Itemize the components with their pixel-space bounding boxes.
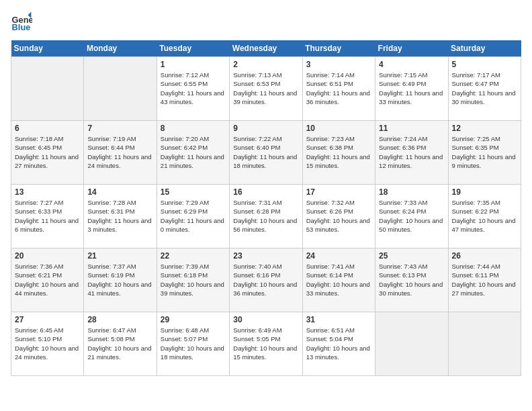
calendar-cell: 15Sunrise: 7:29 AM Sunset: 6:29 PM Dayli… [157,185,229,248]
day-number: 4 [379,60,444,69]
calendar-cell: 3Sunrise: 7:14 AM Sunset: 6:51 PM Daylig… [302,57,375,121]
calendar-cell: 26Sunrise: 7:44 AM Sunset: 6:11 PM Dayli… [448,248,521,312]
calendar-cell: 7Sunrise: 7:19 AM Sunset: 6:44 PM Daylig… [84,121,157,185]
day-header-thursday: Thursday [302,40,375,57]
day-number: 23 [233,251,298,261]
day-number: 10 [306,124,371,133]
calendar-cell: 19Sunrise: 7:35 AM Sunset: 6:22 PM Dayli… [448,185,521,248]
calendar-cell: 24Sunrise: 7:41 AM Sunset: 6:14 PM Dayli… [302,248,375,312]
calendar-cell: 22Sunrise: 7:39 AM Sunset: 6:18 PM Dayli… [157,248,229,312]
calendar-cell [11,57,84,121]
calendar-cell: 5Sunrise: 7:17 AM Sunset: 6:47 PM Daylig… [448,57,521,121]
day-info: Sunrise: 7:33 AM Sunset: 6:24 PM Dayligh… [379,198,444,234]
calendar-week-3: 13Sunrise: 7:27 AM Sunset: 6:33 PM Dayli… [11,185,521,248]
day-info: Sunrise: 7:24 AM Sunset: 6:36 PM Dayligh… [379,134,444,170]
calendar-cell: 20Sunrise: 7:36 AM Sunset: 6:21 PM Dayli… [11,248,84,312]
calendar-cell: 25Sunrise: 7:43 AM Sunset: 6:13 PM Dayli… [375,248,448,312]
day-header-friday: Friday [375,40,448,57]
calendar-cell: 17Sunrise: 7:32 AM Sunset: 6:26 PM Dayli… [302,185,375,248]
calendar-cell: 14Sunrise: 7:28 AM Sunset: 6:31 PM Dayli… [84,185,157,248]
calendar-cell: 31Sunrise: 6:51 AM Sunset: 5:04 PM Dayli… [302,312,375,376]
day-info: Sunrise: 7:19 AM Sunset: 6:44 PM Dayligh… [87,134,152,170]
day-number: 1 [161,60,226,69]
day-number: 24 [306,251,371,261]
calendar-cell: 2Sunrise: 7:13 AM Sunset: 6:53 PM Daylig… [230,57,302,121]
day-info: Sunrise: 7:27 AM Sunset: 6:33 PM Dayligh… [15,198,80,234]
calendar-cell: 10Sunrise: 7:23 AM Sunset: 6:38 PM Dayli… [302,121,375,185]
calendar-cell: 21Sunrise: 7:37 AM Sunset: 6:19 PM Dayli… [84,248,157,312]
calendar-cell: 11Sunrise: 7:24 AM Sunset: 6:36 PM Dayli… [375,121,448,185]
calendar-cell: 23Sunrise: 7:40 AM Sunset: 6:16 PM Dayli… [230,248,302,312]
day-info: Sunrise: 7:20 AM Sunset: 6:42 PM Dayligh… [161,134,226,170]
calendar-week-4: 20Sunrise: 7:36 AM Sunset: 6:21 PM Dayli… [11,248,521,312]
day-number: 6 [15,124,80,133]
calendar-cell [448,312,521,376]
day-info: Sunrise: 7:35 AM Sunset: 6:22 PM Dayligh… [452,198,517,234]
calendar-header-row: SundayMondayTuesdayWednesdayThursdayFrid… [11,40,521,57]
day-number: 11 [379,124,444,133]
day-number: 29 [161,315,226,324]
calendar-cell: 12Sunrise: 7:25 AM Sunset: 6:35 PM Dayli… [448,121,521,185]
day-number: 13 [15,187,80,197]
calendar-cell [375,312,448,376]
day-info: Sunrise: 7:32 AM Sunset: 6:26 PM Dayligh… [306,198,371,234]
day-header-monday: Monday [84,40,157,57]
day-number: 8 [161,124,226,133]
day-number: 28 [87,315,152,324]
calendar-cell: 1Sunrise: 7:12 AM Sunset: 6:55 PM Daylig… [157,57,229,121]
calendar-table: SundayMondayTuesdayWednesdayThursdayFrid… [11,40,521,376]
day-number: 9 [233,124,298,133]
day-number: 25 [379,251,444,261]
day-info: Sunrise: 7:44 AM Sunset: 6:11 PM Dayligh… [452,262,517,298]
day-number: 5 [452,60,517,69]
day-info: Sunrise: 7:17 AM Sunset: 6:47 PM Dayligh… [452,71,517,106]
day-info: Sunrise: 7:25 AM Sunset: 6:35 PM Dayligh… [452,134,517,170]
day-number: 20 [15,251,80,261]
day-number: 26 [452,251,517,261]
day-number: 12 [452,124,517,133]
day-header-tuesday: Tuesday [157,40,229,57]
day-number: 27 [15,315,80,324]
day-info: Sunrise: 6:49 AM Sunset: 5:05 PM Dayligh… [233,326,298,361]
day-number: 31 [306,315,371,324]
day-info: Sunrise: 7:39 AM Sunset: 6:18 PM Dayligh… [161,262,226,298]
day-info: Sunrise: 7:40 AM Sunset: 6:16 PM Dayligh… [233,262,298,298]
calendar-cell: 27Sunrise: 6:45 AM Sunset: 5:10 PM Dayli… [11,312,84,376]
day-number: 30 [233,315,298,324]
logo: General Blue [11,11,35,32]
logo-icon: General Blue [11,11,32,32]
day-info: Sunrise: 7:18 AM Sunset: 6:45 PM Dayligh… [15,134,80,170]
day-number: 14 [87,187,152,197]
calendar-cell: 29Sunrise: 6:48 AM Sunset: 5:07 PM Dayli… [157,312,229,376]
day-info: Sunrise: 7:28 AM Sunset: 6:31 PM Dayligh… [87,198,152,234]
day-number: 2 [233,60,298,69]
day-number: 22 [161,251,226,261]
calendar-cell: 6Sunrise: 7:18 AM Sunset: 6:45 PM Daylig… [11,121,84,185]
day-info: Sunrise: 6:51 AM Sunset: 5:04 PM Dayligh… [306,326,371,361]
day-info: Sunrise: 7:13 AM Sunset: 6:53 PM Dayligh… [233,71,298,106]
day-number: 3 [306,60,371,69]
calendar-cell: 4Sunrise: 7:15 AM Sunset: 6:49 PM Daylig… [375,57,448,121]
day-header-wednesday: Wednesday [230,40,302,57]
calendar-week-2: 6Sunrise: 7:18 AM Sunset: 6:45 PM Daylig… [11,121,521,185]
day-number: 21 [87,251,152,261]
calendar-cell: 13Sunrise: 7:27 AM Sunset: 6:33 PM Dayli… [11,185,84,248]
day-info: Sunrise: 7:15 AM Sunset: 6:49 PM Dayligh… [379,71,444,106]
day-info: Sunrise: 7:23 AM Sunset: 6:38 PM Dayligh… [306,134,371,170]
calendar-cell: 30Sunrise: 6:49 AM Sunset: 5:05 PM Dayli… [230,312,302,376]
day-number: 16 [233,187,298,197]
day-number: 18 [379,187,444,197]
calendar-cell: 18Sunrise: 7:33 AM Sunset: 6:24 PM Dayli… [375,185,448,248]
day-info: Sunrise: 7:29 AM Sunset: 6:29 PM Dayligh… [161,198,226,234]
calendar-cell: 28Sunrise: 6:47 AM Sunset: 5:08 PM Dayli… [84,312,157,376]
day-number: 15 [161,187,226,197]
day-info: Sunrise: 7:36 AM Sunset: 6:21 PM Dayligh… [15,262,80,298]
day-info: Sunrise: 7:37 AM Sunset: 6:19 PM Dayligh… [87,262,152,298]
day-number: 19 [452,187,517,197]
calendar-week-1: 1Sunrise: 7:12 AM Sunset: 6:55 PM Daylig… [11,57,521,121]
day-header-sunday: Sunday [11,40,84,57]
day-info: Sunrise: 6:45 AM Sunset: 5:10 PM Dayligh… [15,326,80,361]
svg-text:Blue: Blue [12,22,31,32]
page-header: General Blue [11,11,521,32]
day-info: Sunrise: 7:41 AM Sunset: 6:14 PM Dayligh… [306,262,371,298]
